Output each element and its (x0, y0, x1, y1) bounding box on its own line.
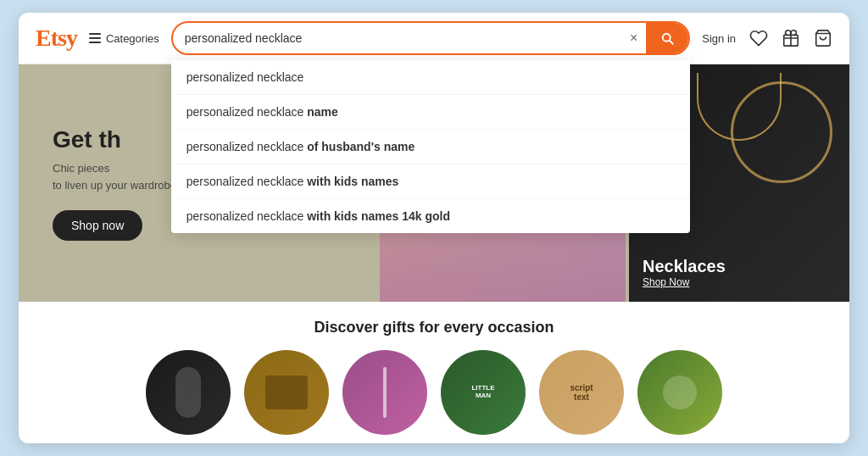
gift-circle-little-man[interactable]: LITTLEMAN (441, 350, 526, 435)
gift-icon[interactable] (782, 29, 800, 47)
gift-circle-3[interactable] (342, 350, 427, 435)
suggestion-bold-3: of husband's name (307, 140, 415, 153)
gift-circle-2[interactable] (244, 350, 329, 435)
suggestion-bold-4: with kids names (307, 175, 398, 188)
suggestion-bold-2: name (307, 105, 338, 119)
necklaces-title: Necklaces (643, 257, 726, 276)
suggestion-prefix-3: personalized necklace (186, 140, 307, 153)
gift-circle-1[interactable] (146, 350, 231, 435)
suggestion-item-5[interactable]: personalized necklace with kids names 14… (171, 199, 690, 233)
browser-window: Etsy Categories × (19, 13, 849, 443)
search-icon (659, 31, 675, 46)
suggestion-item-2[interactable]: personalized necklace name (171, 95, 690, 130)
favorites-icon[interactable] (749, 29, 768, 47)
suggestion-item-4[interactable]: personalized necklace with kids names (171, 164, 690, 199)
clear-icon: × (630, 31, 637, 46)
navbar: Etsy Categories × (19, 13, 849, 64)
nav-actions: Sign in (702, 29, 832, 47)
search-container: × personalized necklace personalized nec… (171, 21, 690, 55)
suggestion-text-1: personalized necklace (186, 70, 304, 84)
etsy-logo[interactable]: Etsy (36, 25, 77, 52)
hero-subtitle: Chic piecesto liven up your wardrobe (53, 160, 176, 193)
suggestion-item-1[interactable]: personalized necklace (171, 60, 690, 95)
cart-icon[interactable] (814, 29, 832, 47)
suggestion-prefix-2: personalized necklace (186, 105, 307, 119)
shop-now-button[interactable]: Shop now (53, 210, 142, 241)
search-button[interactable] (646, 23, 688, 53)
gift-circle-5[interactable]: scripttext (539, 350, 624, 435)
search-input-wrapper: × (171, 21, 690, 55)
gift-circle-6[interactable] (637, 350, 722, 435)
suggestion-bold-5: with kids names 14k gold (307, 209, 450, 223)
sign-in-button[interactable]: Sign in (702, 32, 736, 45)
suggestion-prefix-5: personalized necklace (186, 209, 307, 223)
necklaces-label: Necklaces Shop Now (643, 257, 726, 288)
hamburger-icon (89, 33, 101, 43)
search-dropdown: personalized necklace personalized neckl… (171, 60, 690, 233)
suggestion-item-3[interactable]: personalized necklace of husband's name (171, 130, 690, 164)
gift-circles: LITTLEMAN scripttext (36, 350, 832, 435)
discover-title: Discover gifts for every occasion (36, 319, 832, 336)
categories-button[interactable]: Categories (89, 32, 159, 45)
categories-label: Categories (106, 32, 159, 45)
little-man-text: LITTLEMAN (441, 350, 526, 435)
necklaces-shop-now[interactable]: Shop Now (643, 276, 726, 288)
hero-title: Get th (53, 125, 176, 154)
suggestion-prefix-4: personalized necklace (186, 175, 307, 188)
clear-search-button[interactable]: × (621, 31, 646, 46)
search-input[interactable] (173, 24, 621, 53)
discover-section: Discover gifts for every occasion (19, 302, 849, 443)
